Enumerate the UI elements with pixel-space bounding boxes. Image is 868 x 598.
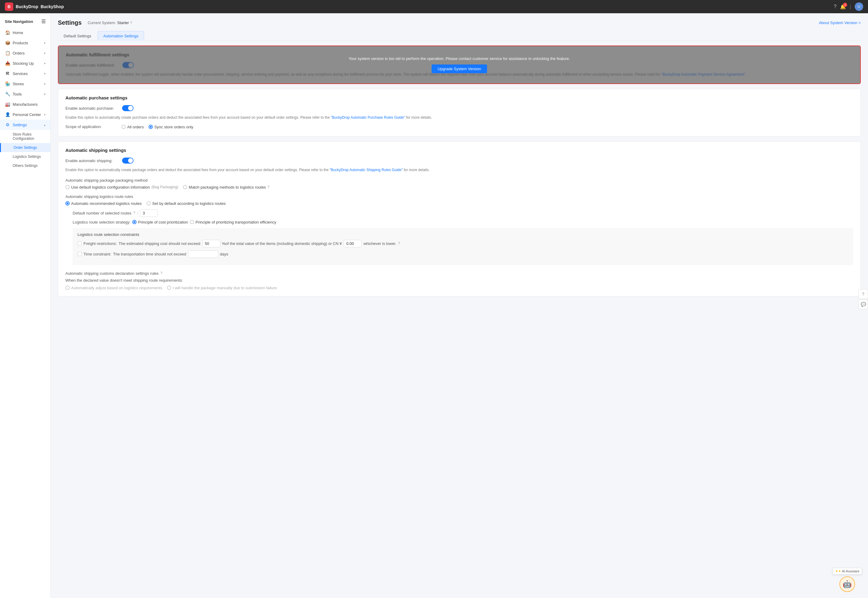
sidebar-item-personal-center[interactable]: 👤 Personal Center ▾ (0, 109, 50, 120)
about-system-link[interactable]: About System Version > (819, 21, 861, 25)
sidebar-item-others-settings[interactable]: Others Settings (0, 161, 50, 170)
main-layout: Site Navigation ☰ 🏠 Home 📦 Products ▾ 📋 … (0, 13, 868, 598)
time-checkbox[interactable] (78, 252, 82, 256)
auto-purchase-card: Automatic purchase settings Enable autom… (58, 89, 861, 136)
purchase-rules-link[interactable]: "BuckyDrop Automatic Purchase Rules Guid… (331, 115, 406, 120)
sidebar-item-label: Settings (13, 123, 42, 127)
strategy-cost-label: Principle of cost prioritization (138, 220, 188, 224)
sidebar-item-tools[interactable]: 🔧 Tools ▾ (0, 89, 50, 99)
chevron-down-icon: ▾ (44, 41, 45, 45)
side-chat-btn[interactable]: 💬 (858, 299, 868, 309)
freight-help-icon[interactable]: ? (398, 241, 400, 245)
ai-assistant-text: AI Assistant (842, 570, 859, 573)
time-desc: The transportation time should not excee… (113, 252, 186, 256)
sidebar-item-stocking-up[interactable]: 📥 Stocking Up ▾ (0, 58, 50, 69)
brand2-label: BuckyShop (41, 4, 64, 9)
declared-auto-adjust[interactable]: Automatically adjust based on logistics … (66, 286, 162, 290)
freight-value-input[interactable] (202, 240, 220, 247)
stores-icon: 🏪 (5, 81, 10, 86)
orders-icon: 📋 (5, 51, 10, 55)
packaging-default[interactable]: Use default logistics configuration info… (66, 185, 178, 190)
user-avatar[interactable]: U (855, 2, 863, 11)
brand1-label: BuckyDrop (16, 4, 38, 9)
enable-shipping-toggle[interactable] (122, 158, 133, 164)
chevron-down-icon: ▾ (44, 51, 45, 55)
scope-all-orders-radio[interactable] (121, 125, 126, 129)
home-icon: 🏠 (5, 30, 10, 35)
enable-purchase-row: Enable automatic purchase: (66, 105, 853, 112)
packaging-match[interactable]: Match packaging methods to logistics rou… (183, 185, 269, 190)
sidebar-item-stores[interactable]: 🏪 Stores ▾ (0, 79, 50, 89)
manufacturers-icon: 🏭 (5, 102, 10, 107)
tab-bar: Default Settings Automation Settings (58, 31, 861, 41)
ai-assistant: ✦✦ AI Assistant 🤖 (832, 568, 862, 592)
packaging-match-radio[interactable] (183, 185, 187, 189)
route-default-radio[interactable] (147, 201, 151, 205)
scope-sync-store[interactable]: Sync store orders only (148, 125, 193, 129)
declared-manual[interactable]: I will handle the package manually due t… (167, 286, 277, 290)
notification-badge: 1 (843, 3, 847, 7)
notification-wrap: 🔔 1 (840, 4, 846, 10)
auto-purchase-desc: Enable this option to automatically crea… (66, 115, 853, 121)
declared-auto-radio[interactable] (66, 286, 70, 290)
sidebar-item-settings[interactable]: ⚙ Settings ▴ (0, 120, 50, 130)
scope-all-orders[interactable]: All orders (121, 125, 144, 129)
time-row: Time constraint: The transportation time… (78, 250, 849, 258)
freight-cn-value-input[interactable] (344, 240, 362, 247)
sidebar-item-products[interactable]: 📦 Products ▾ (0, 38, 50, 48)
strategy-cost[interactable]: Principle of cost prioritization (132, 220, 188, 224)
tab-automation-settings[interactable]: Automation Settings (98, 31, 144, 41)
shipping-rules-link[interactable]: "BuckyDrop Automatic Shipping Rules Guid… (330, 168, 403, 172)
customs-section: Automatic shipping customs declaration s… (66, 271, 853, 290)
logo-icon: B (5, 2, 13, 11)
packaging-help-icon[interactable]: ? (267, 185, 269, 189)
strategy-cost-radio[interactable] (132, 220, 136, 224)
chevron-down-icon: ▾ (44, 72, 45, 75)
side-help-btn[interactable]: ? (858, 289, 868, 299)
sidebar-item-home[interactable]: 🏠 Home (0, 27, 50, 38)
time-value-input[interactable] (188, 250, 218, 258)
sidebar-item-order-settings[interactable]: Order Settings (0, 143, 50, 152)
customs-row: Automatic shipping customs declaration s… (66, 271, 853, 276)
route-auto-recommended[interactable]: Automatic recommended logistics routes (66, 201, 142, 206)
sidebar-menu-icon[interactable]: ☰ (41, 19, 45, 24)
constraints-title: Logistics route selection constraints (78, 232, 849, 237)
sidebar-item-label: Stores (13, 82, 42, 86)
declared-manual-label: I will handle the package manually due t… (173, 286, 277, 290)
strategy-efficiency-radio[interactable] (190, 220, 194, 224)
default-routes-help-icon[interactable]: ? (133, 211, 135, 215)
auto-shipping-card: Automatic shipping settings Enable autom… (58, 141, 861, 296)
tab-default-settings[interactable]: Default Settings (58, 31, 97, 41)
sidebar-item-label: Home (13, 30, 45, 35)
strategy-efficiency[interactable]: Principle of prioritizing transportation… (190, 220, 276, 224)
enable-purchase-toggle[interactable] (122, 105, 133, 111)
packaging-default-radio[interactable] (66, 185, 70, 189)
upgrade-system-button[interactable]: Upgrade System Version (432, 64, 487, 73)
route-set-by-default[interactable]: Set by default according to logistics ro… (147, 201, 226, 206)
sidebar-item-label: Manufacturers (13, 102, 45, 107)
ai-stars-icon: ✦✦ (835, 569, 841, 573)
route-rules-label: Automatic shipping logistics route rules (66, 194, 853, 199)
top-navigation: B BuckyDrop BuckyShop ? 🔔 1 | U (0, 0, 868, 13)
current-system-label: Current System: (88, 21, 116, 25)
system-help-icon[interactable]: ? (130, 21, 132, 25)
ai-avatar[interactable]: 🤖 (840, 576, 855, 592)
packaging-match-label: Match packaging methods to logistics rou… (189, 185, 266, 190)
auto-shipping-title: Automatic shipping settings (66, 148, 853, 153)
chevron-down-icon: ▾ (44, 113, 45, 116)
help-icon-btn[interactable]: ? (834, 4, 837, 9)
sidebar-item-logistics-settings[interactable]: Logistics Settings (0, 152, 50, 161)
scope-sync-store-radio[interactable] (148, 125, 153, 129)
freight-checkbox[interactable] (78, 241, 82, 245)
default-routes-input[interactable] (140, 209, 158, 217)
scope-label: Scope of application: (66, 124, 120, 130)
declared-manual-radio[interactable] (167, 286, 171, 290)
route-auto-radio[interactable] (66, 201, 70, 205)
sidebar-item-orders[interactable]: 📋 Orders ▾ (0, 48, 50, 58)
sidebar-item-manufacturers[interactable]: 🏭 Manufacturers (0, 99, 50, 109)
chevron-down-icon: ▾ (44, 62, 45, 65)
page-header: Settings Current System: Starter ? About… (58, 19, 861, 26)
customs-help-icon[interactable]: ? (160, 271, 162, 275)
sidebar-item-services[interactable]: 🛠 Services ▾ (0, 69, 50, 79)
sidebar-item-store-rules[interactable]: Store Rules Configuration (0, 130, 50, 143)
